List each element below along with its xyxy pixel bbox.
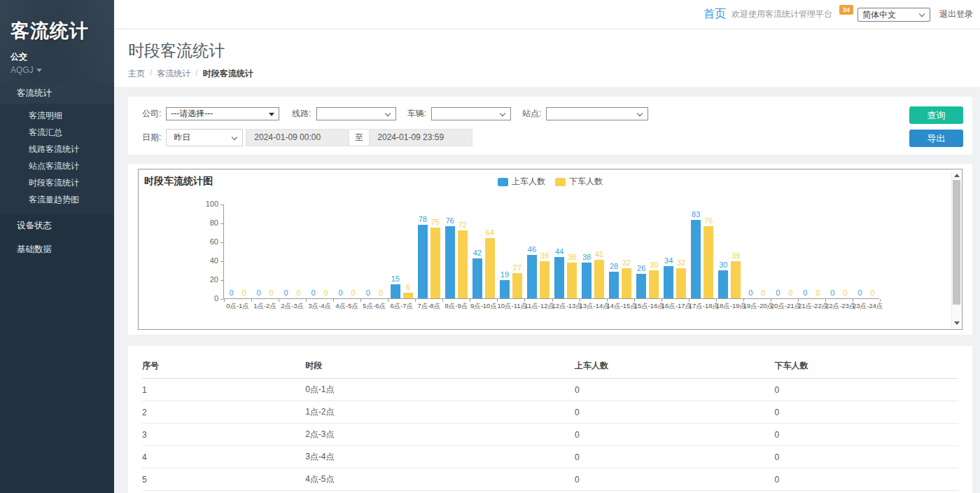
bar-group: 00 [279, 204, 306, 298]
x-axis-category-label: 5点-6点 [360, 302, 388, 311]
table-cell: 5点-6点 [305, 491, 575, 493]
welcome-text: 欢迎使用客流统计管理平台 [732, 8, 832, 20]
chevron-down-icon [637, 111, 643, 116]
x-axis-category-label: 9点-10点 [470, 302, 497, 311]
sidebar-item-passenger-stats[interactable]: 客流统计 [0, 83, 114, 104]
sidebar-item-line-stats[interactable]: 线路客流统计 [0, 141, 114, 158]
bar-value-label: 0 [788, 289, 792, 297]
sidebar-item-trend-chart[interactable]: 客流量趋势图 [0, 191, 114, 208]
bar-value-label: 15 [391, 275, 400, 283]
x-axis-category-label: 15点-16点 [634, 302, 662, 311]
bar-value-label: 38 [568, 253, 576, 261]
bar-value-label: 78 [419, 215, 427, 223]
chevron-down-icon [500, 111, 505, 116]
x-axis-category-label: 17点-18点 [689, 302, 716, 311]
y-axis-tick [220, 242, 223, 243]
bar-value-label: 0 [339, 289, 343, 297]
table-cell: 2点-3点 [305, 424, 575, 446]
bar-value-label: 0 [351, 289, 356, 297]
bar: 38 [582, 263, 592, 298]
main-area: 首页 欢迎使用客流统计管理平台 34 简体中文 退出登录 时段客流统计 主页 /… [114, 0, 980, 493]
legend-label: 下车人数 [569, 176, 603, 188]
x-axis-category-label: 7点-8点 [415, 302, 442, 311]
bar: 28 [609, 272, 619, 298]
bar-group: 7672 [442, 204, 470, 298]
table-row: 65点-6点00 [142, 491, 958, 493]
page-header: 时段客流统计 主页 / 客流统计 / 时段客流统计 [114, 29, 980, 87]
stats-table-panel: 序号时段上车人数下车人数 10点-1点0021点-2点0032点-3点0043点… [128, 346, 972, 493]
date-from-input[interactable]: 2024-01-09 00:00 [246, 129, 349, 146]
query-button[interactable]: 查询 [909, 106, 963, 124]
vehicle-select[interactable] [431, 107, 511, 120]
table-cell: 0点-1点 [305, 379, 575, 401]
bar: 76 [445, 226, 455, 298]
bar: 34 [664, 266, 673, 298]
company-select-value: ---请选择--- [171, 109, 213, 118]
table-header-cell: 时段 [305, 353, 575, 379]
x-axis-category-label: 6点-7点 [388, 302, 415, 311]
org-code-dropdown[interactable]: AQGJ [10, 65, 104, 75]
bar-value-label: 0 [776, 289, 780, 297]
table-cell: 0 [575, 379, 775, 401]
x-axis-category-label: 3点-4点 [306, 302, 333, 311]
chevron-down-icon [36, 69, 42, 72]
sidebar: 客流统计 公交 AQGJ 客流统计 客流明细 客流汇总 线路客流统计 站点客流统… [0, 0, 114, 493]
bar-group: 00 [360, 204, 388, 298]
logout-link[interactable]: 退出登录 [939, 8, 973, 20]
legend-swatch-icon [555, 178, 566, 186]
sidebar-item-period-stats[interactable]: 时段客流统计 [0, 174, 114, 191]
table-row: 21点-2点00 [142, 401, 958, 424]
company-select[interactable]: ---请选择--- [166, 107, 279, 120]
bar-group: 4639 [524, 204, 552, 298]
legend-item[interactable]: 上车人数 [498, 176, 545, 188]
language-select[interactable]: 简体中文 [858, 8, 930, 22]
bar-group: 3039 [716, 204, 743, 298]
sidebar-item-base-data[interactable]: 基础数据 [0, 237, 114, 261]
bar-value-label: 27 [513, 263, 522, 272]
scrollbar-thumb[interactable] [953, 180, 960, 305]
chart-scrollbar[interactable] [951, 170, 961, 328]
bar-group: 156 [388, 204, 415, 298]
sidebar-item-device-status[interactable]: 设备状态 [0, 214, 114, 237]
company-label: 公司: [142, 108, 161, 120]
x-axis-category-label: 10点-11点 [497, 302, 524, 311]
bar-group: 7875 [415, 204, 442, 298]
line-select[interactable] [316, 107, 396, 120]
date-to-input[interactable]: 2024-01-09 23:59 [369, 129, 472, 146]
legend-item[interactable]: 下车人数 [555, 176, 603, 188]
bar-value-label: 0 [379, 289, 383, 297]
bar-group: 00 [224, 204, 251, 298]
table-cell: 0 [775, 491, 958, 493]
content-area: 公司: ---请选择--- 线路: 车辆: 站点: [114, 87, 980, 493]
export-button[interactable]: 导出 [909, 130, 963, 147]
table-cell: 1 [142, 379, 305, 401]
y-axis-tick [220, 261, 223, 262]
sidebar-item-station-stats[interactable]: 站点客流统计 [0, 158, 114, 174]
home-link[interactable]: 首页 [704, 7, 726, 22]
date-preset-select[interactable]: 昨日 [166, 129, 243, 146]
vehicle-label: 车辆: [407, 108, 426, 120]
scroll-up-icon[interactable] [954, 174, 960, 177]
bar-value-label: 44 [555, 247, 564, 256]
bar-group: 00 [333, 204, 360, 298]
table-cell: 0 [775, 379, 958, 401]
notification-badge[interactable]: 34 [839, 5, 853, 15]
bar: 42 [472, 258, 482, 298]
breadcrumb-passenger-stats[interactable]: 客流统计 [157, 68, 190, 80]
sidebar-item-flow-summary[interactable]: 客流汇总 [0, 124, 114, 141]
breadcrumb-separator: / [150, 68, 152, 80]
x-axis-category-label: 0点-1点 [224, 302, 251, 311]
breadcrumb-current: 时段客流统计 [203, 68, 253, 80]
sidebar-item-flow-detail[interactable]: 客流明细 [0, 107, 114, 124]
scroll-down-icon[interactable] [954, 321, 960, 325]
bar-value-label: 0 [843, 289, 847, 297]
bar-group: 00 [771, 204, 798, 298]
station-select[interactable] [546, 107, 648, 120]
y-axis-tick-label: 40 [197, 256, 218, 265]
bar-value-label: 0 [858, 289, 862, 297]
y-axis-tick [220, 280, 223, 281]
bar-value-label: 39 [732, 251, 740, 260]
bar-value-label: 39 [540, 251, 549, 260]
bar-value-label: 26 [637, 264, 645, 272]
breadcrumb-home[interactable]: 主页 [128, 68, 145, 80]
